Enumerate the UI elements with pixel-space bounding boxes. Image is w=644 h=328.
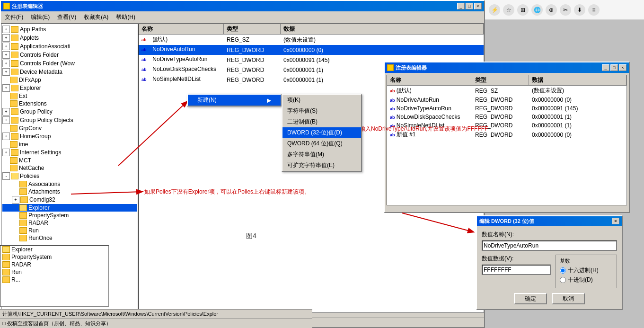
- second-value-row-5[interactable]: ab 新值 #1 REG_DWORD 0x00000000 (0): [387, 130, 626, 140]
- browser-btn-6[interactable]: ✂: [560, 4, 571, 16]
- tree-item-ext[interactable]: Ext: [2, 92, 137, 100]
- expand-icon[interactable]: +: [2, 116, 10, 124]
- title-controls[interactable]: _ □ ×: [457, 3, 482, 9]
- tree-item-app-paths[interactable]: + App Paths: [2, 25, 137, 34]
- second-close-button[interactable]: ×: [619, 64, 626, 71]
- second-title-controls[interactable]: _ □ ×: [602, 64, 626, 71]
- expand-icon[interactable]: +: [2, 34, 10, 42]
- tree-item-associations[interactable]: Associations: [2, 180, 137, 188]
- tree-item-run[interactable]: Run: [2, 227, 137, 234]
- expand-icon[interactable]: -: [2, 172, 10, 180]
- expand-icon[interactable]: +: [12, 196, 19, 204]
- tree-item-radar[interactable]: RADAR: [2, 219, 137, 227]
- radio-dec-input[interactable]: [560, 277, 566, 283]
- menu-help[interactable]: 帮助(H): [112, 12, 139, 22]
- close-button[interactable]: ×: [474, 3, 482, 9]
- tree-item-netcache[interactable]: NetCache: [2, 164, 137, 172]
- expand-icon[interactable]: +: [2, 60, 10, 67]
- submenu-item-binary[interactable]: 二进制值(B): [282, 116, 361, 127]
- tree-item-appAssoc[interactable]: + ApplicationAssociati: [2, 42, 137, 51]
- browser-btn-8[interactable]: ≡: [588, 4, 600, 16]
- bottom-tree-explorer[interactable]: Explorer: [0, 246, 108, 253]
- ctx-new-label: 新建(N): [197, 96, 217, 104]
- tree-item-property-system[interactable]: PropertySystem: [2, 212, 137, 219]
- tree-item-extensions[interactable]: Extensions: [2, 100, 137, 107]
- tree-item-applets[interactable]: + Applets: [2, 34, 137, 42]
- tree-item-explorer-selected[interactable]: Explorer: [2, 204, 137, 212]
- bottom-tree-r[interactable]: R...: [0, 276, 108, 284]
- browser-btn-3[interactable]: ⊞: [517, 4, 529, 16]
- tree-item-runonce[interactable]: RunOnce: [2, 234, 137, 242]
- bottom-tree-radar[interactable]: RADAR: [0, 261, 108, 268]
- tree-item-explorer[interactable]: + Explorer: [2, 84, 137, 92]
- submenu-item-dword[interactable]: DWORD (32-位)值(D): [282, 127, 361, 138]
- submenu-item-string[interactable]: 字符串值(S): [282, 106, 361, 116]
- tree-item-grpconv[interactable]: GrpConv: [2, 124, 137, 132]
- value-icon-dw: ab: [141, 47, 150, 54]
- col-header-type[interactable]: 类型: [224, 24, 281, 34]
- tree-item-difxapp[interactable]: DIFxApp: [2, 76, 137, 84]
- expand-icon[interactable]: +: [2, 84, 10, 92]
- col-header-data[interactable]: 数据: [281, 24, 484, 34]
- bottom-tree-propertysystem[interactable]: PropertySystem: [0, 253, 108, 261]
- expand-icon[interactable]: +: [2, 108, 10, 115]
- tree-item-attachments[interactable]: Attachments: [2, 188, 137, 195]
- tree-item-internet-settings[interactable]: + Internet Settings: [2, 148, 137, 157]
- tree-label: RADAR: [28, 220, 48, 226]
- radio-dec[interactable]: 十进制(D): [560, 276, 613, 284]
- browser-btn-7[interactable]: ⬇: [574, 4, 585, 16]
- dialog-name-input[interactable]: [482, 240, 617, 251]
- tree-item-controls-wow[interactable]: + Controls Folder (Wow: [2, 59, 137, 68]
- second-value-row-4[interactable]: ab NoSimpleNetIDList REG_DWORD 0x0000000…: [387, 121, 626, 130]
- dialog-ok-button[interactable]: 确定: [514, 293, 547, 304]
- folder-icon: [19, 181, 27, 187]
- expand-icon[interactable]: +: [2, 133, 10, 140]
- tree-item-controls-folder[interactable]: + Controls Folder: [2, 51, 137, 59]
- expand-icon[interactable]: +: [2, 26, 10, 33]
- menu-edit[interactable]: 编辑(E): [27, 12, 53, 22]
- browser-btn-4[interactable]: 🌐: [531, 4, 543, 16]
- bottom-tree-run[interactable]: Run: [0, 268, 108, 276]
- menu-view[interactable]: 查看(V): [53, 12, 80, 22]
- tree-item-policies[interactable]: - Policies: [2, 172, 137, 180]
- maximize-button[interactable]: □: [466, 3, 473, 9]
- ctx-new-item[interactable]: 新建(N) ▶: [188, 95, 281, 106]
- second-value-row-2[interactable]: ab NoDriveTypeAutoRun REG_DWORD 0x000000…: [387, 104, 626, 113]
- dialog-close-button[interactable]: ×: [612, 218, 619, 224]
- dialog-cancel-button[interactable]: 取消: [552, 293, 585, 304]
- menu-favorites[interactable]: 收藏夹(A): [80, 12, 112, 22]
- expand-icon[interactable]: +: [2, 68, 10, 76]
- browser-btn-5[interactable]: ⊕: [546, 4, 557, 16]
- submenu-item-key[interactable]: 项(K): [282, 95, 361, 106]
- submenu-item-expandstring[interactable]: 可扩充字符串值(E): [282, 160, 361, 171]
- tree-item-gpo[interactable]: + Group Policy Objects: [2, 116, 137, 124]
- tree-item-homegroup[interactable]: + HomeGroup: [2, 132, 137, 141]
- radio-hex[interactable]: 十六进制(H): [560, 266, 613, 275]
- expand-icon[interactable]: +: [2, 51, 10, 59]
- second-minimize-button[interactable]: _: [602, 64, 609, 71]
- value-row-default[interactable]: ab (默认) REG_SZ (数值未设置): [139, 35, 484, 45]
- col-header-name[interactable]: 名称: [139, 24, 224, 34]
- browser-btn-2[interactable]: ☆: [503, 4, 514, 16]
- dialog-data-input[interactable]: [482, 265, 551, 275]
- second-value-row-3[interactable]: ab NoLowDiskSpaceChecks REG_DWORD 0x0000…: [387, 113, 626, 121]
- browser-btn-1[interactable]: ⚡: [489, 4, 500, 16]
- tree-item-ime[interactable]: ime: [2, 141, 137, 148]
- tree-item-mct[interactable]: MCT: [2, 157, 137, 164]
- value-row-nodrive-autorun[interactable]: ab NoDriveAutoRun REG_DWORD 0x00000000 (…: [139, 45, 484, 55]
- value-type: REG_SZ: [224, 36, 281, 44]
- second-value-row-1[interactable]: ab NoDriveAutoRun REG_DWORD 0x00000000 (…: [387, 96, 626, 104]
- tree-item-device-meta[interactable]: + Device Metadata: [2, 68, 137, 76]
- expand-icon[interactable]: +: [2, 43, 10, 50]
- submenu-item-qword[interactable]: QWORD (64 位)值(Q): [282, 138, 361, 149]
- minimize-button[interactable]: _: [457, 3, 465, 9]
- expand-icon[interactable]: +: [2, 149, 10, 156]
- tree-item-comdlg32[interactable]: + Comdlg32: [2, 195, 137, 204]
- submenu-item-multistring[interactable]: 多字符串值(M): [282, 149, 361, 160]
- second-restore-button[interactable]: □: [610, 64, 618, 71]
- tree-item-group-policy[interactable]: + Group Policy: [2, 107, 137, 116]
- radio-hex-input[interactable]: [560, 267, 566, 274]
- second-value-row-0[interactable]: ab (默认) REG_SZ (数值未设置): [387, 86, 626, 96]
- bottom-tree-panel[interactable]: Explorer PropertySystem RADAR Run R...: [0, 245, 109, 307]
- menu-file[interactable]: 文件(F): [1, 12, 27, 22]
